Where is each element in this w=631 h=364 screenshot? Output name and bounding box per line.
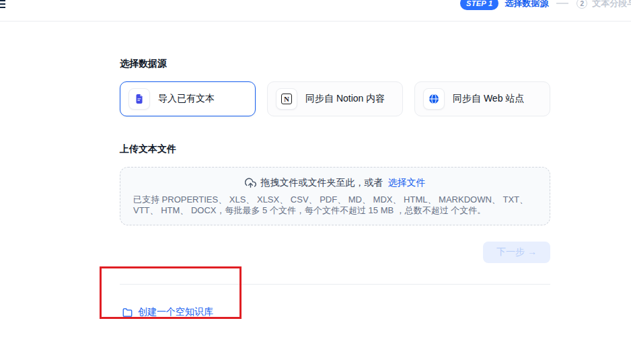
step-connector-line: [556, 3, 568, 4]
create-empty-kb-label: 创建一个空知识库: [138, 306, 213, 318]
browse-files-link[interactable]: 选择文件: [388, 177, 426, 189]
notion-icon: N: [276, 88, 297, 110]
file-dropzone[interactable]: 拖拽文件或文件夹至此，或者 选择文件 已支持 PROPERTIES、 XLS、 …: [120, 167, 550, 225]
globe-icon: [423, 88, 445, 110]
step-indicator: STEP 1 选择数据源 2 文本分段与清洗: [460, 0, 631, 11]
datasource-card-web[interactable]: 同步自 Web 站点: [414, 81, 550, 116]
create-empty-kb-link[interactable]: 创建一个空知识库: [122, 306, 213, 318]
step2-label: 文本分段与清洗: [592, 0, 631, 9]
card-label-notion: 同步自 Notion 内容: [305, 93, 385, 105]
step2-circle: 2: [577, 0, 587, 9]
card-label-web: 同步自 Web 站点: [453, 93, 524, 105]
dropzone-drag-text: 拖拽文件或文件夹至此，或者: [261, 177, 383, 189]
datasource-heading: 选择数据源: [120, 58, 550, 70]
datasource-cards: 导入已有文本 N 同步自 Notion 内容 同步自 Web 站点: [120, 81, 550, 116]
upload-cloud-icon: [245, 178, 256, 189]
next-step-button[interactable]: 下一步 →: [483, 242, 550, 263]
upload-heading: 上传文本文件: [120, 143, 550, 155]
main-content: 选择数据源 导入已有文本 N 同步自 Notion 内容: [120, 22, 550, 320]
clipped-text-fragment: [0, 0, 5, 9]
top-header: STEP 1 选择数据源 2 文本分段与清洗: [0, 0, 631, 22]
card-label-import-text: 导入已有文本: [158, 93, 215, 105]
folder-icon: [122, 307, 133, 318]
datasource-card-notion[interactable]: N 同步自 Notion 内容: [267, 81, 403, 116]
file-text-icon: [128, 88, 150, 110]
datasource-card-import-text[interactable]: 导入已有文本: [120, 81, 256, 116]
section-divider: [120, 284, 550, 285]
dropzone-hint-text: 已支持 PROPERTIES、 XLS、 XLSX、 CSV、 PDF、 MD、…: [133, 194, 537, 216]
step1-label: 选择数据源: [505, 0, 548, 9]
step1-badge: STEP 1: [460, 0, 498, 10]
